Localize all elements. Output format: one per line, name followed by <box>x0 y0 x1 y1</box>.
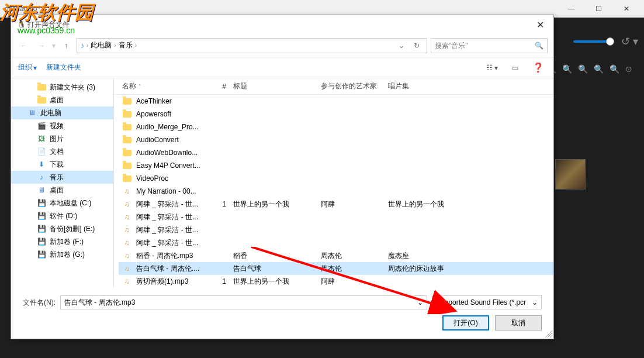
col-num[interactable]: # <box>212 82 230 91</box>
folder-icon <box>122 122 131 132</box>
help-icon[interactable]: ❓ <box>530 60 546 75</box>
zoom-icon[interactable]: 🔍 <box>578 64 588 74</box>
breadcrumb-music[interactable]: 音乐 <box>119 40 133 50</box>
file-name: 阿肆 _ 郭采洁 - 世... <box>136 225 198 235</box>
file-row[interactable]: ♫My Narration - 00... <box>119 185 553 198</box>
file-row[interactable]: ♫告白气球 - 周杰伦.... 告白气球 周杰伦 周杰伦的床边故事 <box>119 262 553 275</box>
folder-icon <box>37 82 46 92</box>
preview-pane-icon[interactable]: ▭ <box>510 61 521 74</box>
file-row[interactable]: AudioConvert <box>119 133 553 146</box>
folder-icon <box>122 109 131 119</box>
volume-slider[interactable] <box>573 40 614 43</box>
address-dropdown-icon[interactable]: ⌄ <box>395 42 408 50</box>
tree-item-label: 桌面 <box>50 185 64 195</box>
file-row[interactable]: ♫阿肆 _ 郭采洁 - 世... <box>119 211 553 223</box>
file-name: VideoProc <box>136 174 168 183</box>
file-title: 世界上的另一个我 <box>230 199 317 209</box>
file-row[interactable]: Easy M4P Convert... <box>119 159 553 172</box>
tree-item[interactable]: 💾本地磁盘 (C:) <box>11 197 113 209</box>
tree-item[interactable]: 🖥桌面 <box>11 184 113 197</box>
refresh-icon[interactable]: ↻ <box>410 42 423 50</box>
search-input[interactable]: 🔍 <box>431 38 548 53</box>
tree-item[interactable]: 🖥此电脑 <box>11 106 113 119</box>
file-name: Audio_Merge_Pro... <box>136 123 199 131</box>
file-name: 告白气球 - 周杰伦.... <box>136 264 199 274</box>
folder-tree: 新建文件夹 (3)桌面🖥此电脑🎬视频🖼图片📄文档⬇下载♪音乐🖥桌面💾本地磁盘 (… <box>11 78 114 287</box>
filetype-select[interactable]: Supported Sound Files (*.pcr ⌄ <box>432 295 542 309</box>
chevron-down-icon[interactable]: ⌄ <box>417 298 423 307</box>
file-name: 阿肆 _ 郭采洁 - 世... <box>136 212 198 222</box>
forward-button[interactable]: → <box>34 39 49 53</box>
col-artist[interactable]: 参与创作的艺术家 <box>317 81 385 91</box>
drive-icon: 💾 <box>37 250 46 259</box>
tree-item-label: 软件 (D:) <box>50 211 77 221</box>
zoom-icon[interactable]: 🔍 <box>562 64 572 74</box>
tree-item-label: 新加卷 (F:) <box>50 237 84 247</box>
minimize-button[interactable]: — <box>558 0 584 18</box>
folder-icon <box>37 95 46 105</box>
file-artist: 阿肆 <box>317 199 385 209</box>
tree-item[interactable]: 📄文档 <box>11 145 113 158</box>
tree-item[interactable]: 🎬视频 <box>11 119 113 132</box>
maximize-button[interactable]: ☐ <box>586 0 612 18</box>
close-icon[interactable]: ✕ <box>532 17 549 33</box>
close-app-button[interactable]: ✕ <box>613 0 639 18</box>
file-album: 魔杰座 <box>385 251 553 261</box>
zoom-icon[interactable]: 🔍 <box>594 64 604 74</box>
folder-icon <box>122 135 131 144</box>
file-row[interactable]: AceThinker <box>119 95 553 108</box>
target-icon[interactable]: ⊙ <box>625 64 632 74</box>
tree-item[interactable]: 💾新加卷 (G:) <box>11 248 113 261</box>
open-button[interactable]: 打开(O) <box>442 315 489 331</box>
file-row[interactable]: Apowersoft <box>119 108 553 121</box>
app-title: ocenaudio <box>5 5 37 13</box>
tree-item[interactable]: 💾软件 (D:) <box>11 209 113 222</box>
file-row[interactable]: ♫阿肆 _ 郭采洁 - 世... <box>119 223 553 236</box>
pc-icon: 🖥 <box>27 108 37 118</box>
address-bar[interactable]: ♪ › 此电脑 › 音乐 › ⌄ ↻ <box>77 38 427 53</box>
file-row[interactable]: AudioWebDownlo... <box>119 146 553 159</box>
filename-label: 文件名(N): <box>23 298 56 308</box>
col-title[interactable]: 标题 <box>230 81 317 91</box>
resize-grip[interactable] <box>545 331 552 338</box>
tree-item[interactable]: 桌面 <box>11 94 113 106</box>
file-num: 1 <box>212 277 230 285</box>
file-row[interactable]: ♫阿肆 _ 郭采洁 - 世... <box>119 236 553 249</box>
col-album[interactable]: 唱片集 <box>385 81 553 91</box>
history-icon[interactable]: ↺ ▾ <box>621 35 638 48</box>
cancel-button[interactable]: 取消 <box>495 315 542 331</box>
dialog-title: 🐧 打开声音文件 <box>17 20 70 30</box>
file-artist: 周杰伦 <box>317 264 385 274</box>
tree-item[interactable]: 💾新加卷 (F:) <box>11 235 113 248</box>
breadcrumb-pc[interactable]: 此电脑 <box>91 40 112 50</box>
file-num: 1 <box>212 200 230 208</box>
filename-input[interactable]: ⌄ <box>60 295 427 309</box>
open-file-dialog: 🐧 打开声音文件 ✕ ← → ▾ ↑ ♪ › 此电脑 › 音乐 › ⌄ ↻ 🔍 … <box>11 15 554 339</box>
tree-item[interactable]: 新建文件夹 (3) <box>11 81 113 94</box>
tree-item-label: 文档 <box>50 147 64 157</box>
col-name[interactable]: 名称 ˄ <box>119 81 212 91</box>
up-button[interactable]: ↑ <box>59 39 73 53</box>
file-row[interactable]: ♫剪切音频(1).mp3 1 世界上的另一个我 阿肆 <box>119 275 553 287</box>
tree-item-label: 新建文件夹 (3) <box>50 82 95 92</box>
file-name: 剪切音频(1).mp3 <box>136 277 188 287</box>
file-list: AceThinker Apowersoft Audio_Merge_Pro...… <box>114 95 553 287</box>
tree-item[interactable]: ♪音乐 <box>11 171 113 184</box>
organize-button[interactable]: 组织 ▾ <box>18 63 37 73</box>
tree-item[interactable]: ⬇下载 <box>11 158 113 171</box>
file-row[interactable]: Audio_Merge_Pro... <box>119 121 553 133</box>
search-icon[interactable]: 🔍 <box>535 42 543 50</box>
file-name: AceThinker <box>136 97 172 105</box>
zoom-icon[interactable]: 🔍 <box>610 64 619 74</box>
tree-item[interactable]: 🖼图片 <box>11 132 113 145</box>
folder-icon <box>122 161 131 170</box>
tree-item-label: 桌面 <box>50 95 64 105</box>
file-row[interactable]: VideoProc <box>119 172 553 185</box>
tree-item[interactable]: 💾备份[勿删] (E:) <box>11 222 113 235</box>
file-row[interactable]: ♫阿肆 _ 郭采洁 - 世... 1 世界上的另一个我 阿肆 世界上的另一个我 <box>119 198 553 211</box>
new-folder-button[interactable]: 新建文件夹 <box>46 63 81 73</box>
back-button[interactable]: ← <box>17 39 31 53</box>
view-options-icon[interactable]: ☷ ▾ <box>484 61 500 74</box>
folder-icon <box>122 148 131 157</box>
file-row[interactable]: ♫稻香 - 周杰伦.mp3 稻香 周杰伦 魔杰座 <box>119 249 553 262</box>
